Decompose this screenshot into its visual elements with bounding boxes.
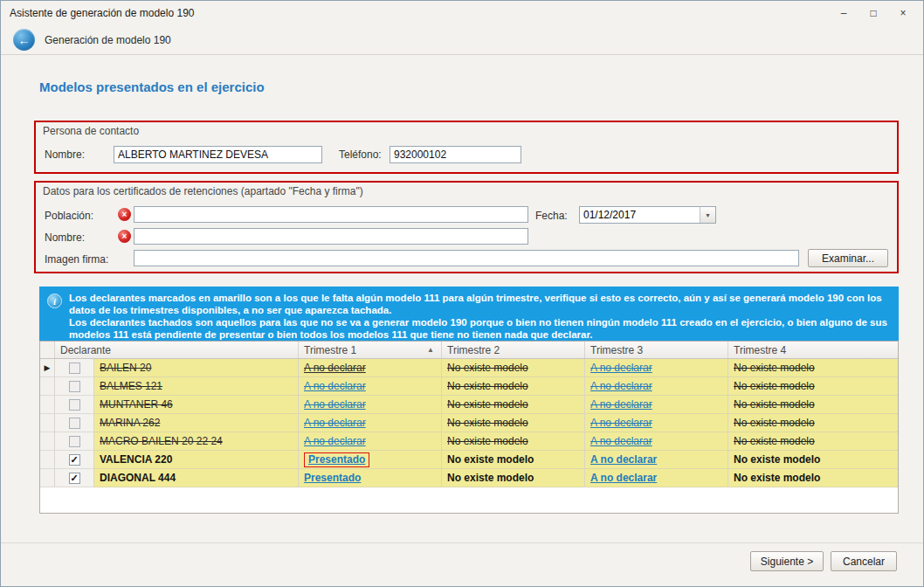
- cell-trimestre1: A no declarar: [299, 414, 442, 432]
- cell-trimestre1: Presentado: [299, 451, 442, 469]
- cell-trimestre3: A no declarar: [585, 396, 728, 414]
- siguiente-button[interactable]: Siguiente >: [750, 551, 824, 571]
- table-row[interactable]: BALMES 121 A no declarar No existe model…: [40, 377, 898, 396]
- cell-trimestre3: A no declarar: [585, 432, 728, 451]
- table-row[interactable]: MARINA 262 A no declarar No existe model…: [40, 414, 898, 432]
- cell-declarante: BALMES 121: [94, 377, 299, 396]
- row-select-cell: [55, 396, 94, 414]
- cell-trimestre2: No existe modelo: [442, 432, 585, 451]
- fecha-combo: ▼: [579, 206, 716, 224]
- cell-trimestre4: No existe modelo: [728, 469, 898, 487]
- header-indicator-cell: [40, 342, 55, 358]
- table-row[interactable]: ▶ BAILEN 20 A no declarar No existe mode…: [40, 359, 898, 377]
- column-header-declarante[interactable]: Declarante: [55, 342, 299, 358]
- examinar-button[interactable]: Examinar...: [808, 249, 888, 267]
- row-checkbox[interactable]: [69, 436, 80, 447]
- maximize-icon[interactable]: □: [865, 6, 881, 20]
- row-select-cell: ✓: [55, 469, 94, 487]
- nombre-input[interactable]: [114, 146, 322, 163]
- cell-trimestre4: No existe modelo: [728, 359, 898, 377]
- cell-trimestre4: No existe modelo: [728, 396, 898, 414]
- column-header-trimestre2[interactable]: Trimestre 2: [442, 342, 585, 358]
- back-button[interactable]: ←: [13, 29, 35, 51]
- info-banner-line1: Los declarantes marcados en amarillo son…: [69, 292, 892, 316]
- info-icon: i: [47, 294, 62, 308]
- cell-trimestre4: No existe modelo: [728, 451, 898, 469]
- row-checkbox[interactable]: [69, 399, 80, 411]
- minimize-icon[interactable]: –: [836, 6, 852, 20]
- cell-trimestre4: No existe modelo: [728, 377, 898, 396]
- table-row[interactable]: MACRO BAILEN 20 22 24 A no declarar No e…: [40, 432, 898, 451]
- cell-trimestre3: A no declarar: [585, 469, 728, 487]
- column-header-trimestre3[interactable]: Trimestre 3: [585, 342, 728, 358]
- estado-link[interactable]: A no declarar: [590, 472, 657, 484]
- cell-trimestre4: No existe modelo: [728, 414, 898, 432]
- estado-link[interactable]: A no declarar: [304, 380, 366, 392]
- row-indicator-cell: [40, 432, 55, 451]
- title-bar: Asistente de generación de modelo 190 – …: [1, 1, 923, 25]
- cell-trimestre2: No existe modelo: [442, 396, 585, 414]
- row-checkbox[interactable]: [69, 418, 80, 429]
- table-header-row: Declarante Trimestre 1 ▲ Trimestre 2 Tri…: [40, 342, 898, 359]
- imagen-firma-label: Imagen firma:: [45, 253, 108, 266]
- column-header-trimestre1[interactable]: Trimestre 1 ▲: [299, 342, 442, 358]
- cell-trimestre3: A no declarar: [585, 451, 728, 469]
- contact-group: Persona de contacto Nombre: Teléfono:: [34, 121, 899, 174]
- poblacion-input[interactable]: [134, 206, 528, 223]
- estado-link[interactable]: A no declarar: [304, 435, 366, 447]
- presentado-link-highlighted[interactable]: Presentado: [304, 452, 369, 467]
- imagen-firma-input[interactable]: [134, 250, 799, 266]
- fecha-input[interactable]: [580, 207, 700, 223]
- row-indicator-cell: ▶: [40, 359, 55, 377]
- cell-trimestre1: A no declarar: [299, 359, 442, 377]
- cell-declarante: MARINA 262: [94, 414, 299, 432]
- window-title: Asistente de generación de modelo 190: [10, 7, 836, 19]
- telefono-input[interactable]: [390, 146, 521, 163]
- cell-trimestre3: A no declarar: [585, 377, 728, 396]
- estado-link[interactable]: A no declarar: [304, 362, 366, 374]
- info-banner-line2: Los declarantes tachados son aquellos pa…: [69, 316, 892, 341]
- cell-trimestre3: A no declarar: [585, 359, 728, 377]
- presentado-link[interactable]: Presentado: [304, 472, 361, 484]
- estado-link[interactable]: A no declarar: [590, 435, 652, 447]
- cell-declarante: DIAGONAL 444: [94, 469, 299, 487]
- estado-link[interactable]: A no declarar: [304, 398, 366, 411]
- estado-link[interactable]: A no declarar: [590, 380, 652, 392]
- row-checkbox-checked[interactable]: ✓: [69, 454, 80, 466]
- wizard-header-title: Generación de modelo 190: [45, 34, 171, 46]
- fecha-dropdown-button[interactable]: ▼: [700, 207, 715, 223]
- estado-link[interactable]: A no declarar: [590, 417, 652, 429]
- cell-trimestre2: No existe modelo: [442, 414, 585, 432]
- close-icon[interactable]: ×: [895, 6, 911, 20]
- row-indicator-cell: [40, 377, 55, 396]
- chevron-down-icon: ▼: [705, 212, 711, 218]
- current-row-pointer-icon: ▶: [45, 364, 51, 372]
- fecha-label: Fecha:: [535, 210, 568, 222]
- cell-trimestre1: A no declarar: [299, 377, 442, 396]
- column-header-trimestre4[interactable]: Trimestre 4: [728, 342, 898, 358]
- cell-trimestre1: A no declarar: [299, 432, 442, 451]
- estado-link[interactable]: A no declarar: [590, 362, 652, 374]
- nombre2-input[interactable]: [134, 228, 528, 245]
- row-select-cell: [55, 377, 94, 396]
- table-row[interactable]: ✓ DIAGONAL 444 Presentado No existe mode…: [40, 469, 898, 487]
- table-row[interactable]: MUNTANER 46 A no declarar No existe mode…: [40, 396, 898, 414]
- estado-link[interactable]: A no declarar: [304, 417, 366, 429]
- wizard-window: Asistente de generación de modelo 190 – …: [0, 0, 924, 587]
- cancelar-button[interactable]: Cancelar: [831, 551, 897, 571]
- sort-asc-icon: ▲: [427, 346, 436, 354]
- row-checkbox-checked[interactable]: ✓: [69, 473, 80, 484]
- estado-link[interactable]: A no declarar: [590, 453, 657, 466]
- estado-link[interactable]: A no declarar: [590, 398, 652, 411]
- row-checkbox[interactable]: [69, 363, 80, 374]
- nombre2-label: Nombre:: [45, 231, 85, 244]
- row-select-cell: [55, 432, 94, 451]
- row-select-cell: ✓: [55, 451, 94, 469]
- back-arrow-icon: ←: [18, 33, 31, 47]
- declarantes-table: Declarante Trimestre 1 ▲ Trimestre 2 Tri…: [39, 341, 899, 514]
- poblacion-label: Población:: [45, 210, 93, 222]
- nombre2-error-icon: ×: [118, 230, 131, 243]
- certificados-group-caption: Datos para los certificados de retencion…: [43, 185, 363, 197]
- table-row[interactable]: ✓ VALENCIA 220 Presentado No existe mode…: [40, 451, 898, 469]
- row-checkbox[interactable]: [69, 381, 80, 392]
